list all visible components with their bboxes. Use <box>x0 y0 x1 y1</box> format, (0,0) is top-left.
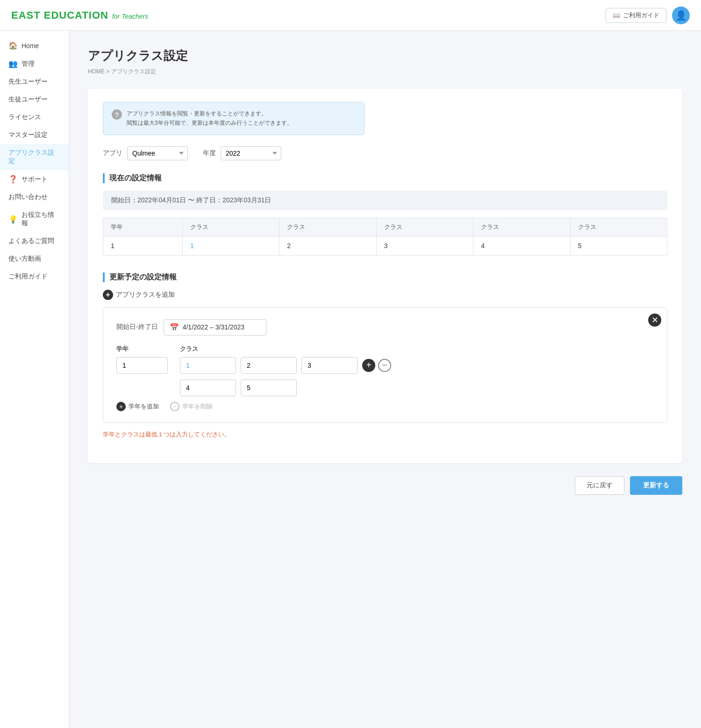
sidebar-label-how-to-video: 使い方動画 <box>8 255 41 263</box>
logo-main: EAST EDUCATION <box>11 9 108 21</box>
update-settings-header: 更新予定の設定情報 <box>103 272 667 282</box>
class-input-1-1[interactable] <box>180 357 236 374</box>
grade-row-2 <box>116 379 654 396</box>
layout: 🏠 Home 👥 管理 先生ユーザー 生徒ユーザー ライセンス マスター設定 ア… <box>0 31 701 728</box>
col-grade: 学年 <box>103 218 183 236</box>
add-remove-grade-row: + 学年を追加 − 学年を削除 <box>116 402 654 411</box>
close-icon: ✕ <box>651 315 658 325</box>
app-selector-group: アプリ Qulmee <box>103 146 188 160</box>
footer-buttons: 元に戻す 更新する <box>88 476 682 495</box>
grade-input-1[interactable] <box>116 357 168 374</box>
year-label: 年度 <box>203 149 216 157</box>
breadcrumb-home: HOME <box>88 68 105 75</box>
date-input[interactable]: 📅 4/1/2022 – 3/31/2023 <box>164 319 266 335</box>
table-row: 1 1 2 3 4 5 <box>103 236 667 255</box>
date-value: 4/1/2022 – 3/31/2023 <box>183 323 244 331</box>
info-box: ? アプリクラス情報を閲覧・更新をすることができます。 閲覧は最大3年分可能で、… <box>103 102 365 135</box>
header-right: 📖 ご利用ガイド 👤 <box>606 7 690 24</box>
error-message: 学年とクラスは最低１つは入力してください。 <box>103 430 667 439</box>
sidebar-item-contact[interactable]: お問い合わせ <box>0 188 69 206</box>
sidebar-label-useful-info: お役立ち情報 <box>21 211 60 228</box>
table-cell-grade: 1 <box>103 236 183 255</box>
update-button[interactable]: 更新する <box>630 476 682 495</box>
sidebar-label-manage: 管理 <box>21 60 35 68</box>
sidebar-item-teacher-users[interactable]: 先生ユーザー <box>0 73 69 91</box>
class-input-1-4[interactable] <box>180 379 236 396</box>
add-grade-label: 学年を追加 <box>129 402 159 411</box>
remove-class-col-button[interactable]: − <box>378 359 391 372</box>
col-class-1: クラス <box>182 218 279 236</box>
update-form: ✕ 開始日-終了日 📅 4/1/2022 – 3/31/2023 学年 クラス <box>103 307 667 423</box>
add-class-col-button[interactable]: + <box>362 359 375 372</box>
add-class-button[interactable]: + アプリクラスを追加 <box>103 290 667 300</box>
sidebar-item-license[interactable]: ライセンス <box>0 108 69 126</box>
sidebar-item-user-guide[interactable]: ご利用ガイド <box>0 268 69 285</box>
update-settings-title: 更新予定の設定情報 <box>109 272 177 282</box>
col-class-5: クラス <box>570 218 667 236</box>
class-header: クラス <box>180 345 198 353</box>
date-label: 開始日-終了日 <box>116 323 158 331</box>
sidebar-item-support[interactable]: ❓ サポート <box>0 170 69 188</box>
add-class-label: アプリクラスを追加 <box>116 291 175 299</box>
app-select[interactable]: Qulmee <box>127 146 188 160</box>
sidebar-item-how-to-video[interactable]: 使い方動画 <box>0 250 69 268</box>
class-inputs-wrap-1: + − <box>180 357 654 374</box>
table-cell-class3: 3 <box>376 236 473 255</box>
info-line2: 閲覧は最大3年分可能で、更新は本年度のみ行うことができます。 <box>127 118 293 128</box>
close-form-button[interactable]: ✕ <box>648 314 661 327</box>
table-cell-class2: 2 <box>279 236 376 255</box>
question-icon: ? <box>112 109 122 120</box>
col-class-4: クラス <box>473 218 570 236</box>
sidebar-item-manage[interactable]: 👥 管理 <box>0 55 69 73</box>
sidebar-label-app-class-settings: アプリクラス設定 <box>8 149 60 165</box>
current-table: 学年 クラス クラス クラス クラス クラス 1 1 2 <box>103 218 667 256</box>
sidebar-item-student-users[interactable]: 生徒ユーザー <box>0 91 69 108</box>
sidebar-item-master-settings[interactable]: マスター設定 <box>0 126 69 144</box>
current-table-wrapper: 学年 クラス クラス クラス クラス クラス 1 1 2 <box>103 218 667 256</box>
class-input-1-2[interactable] <box>241 357 297 374</box>
grade-row-1: + − <box>116 357 654 374</box>
class-input-1-5[interactable] <box>241 379 297 396</box>
current-settings-header: 現在の設定情報 <box>103 173 667 183</box>
calendar-icon: 📅 <box>170 323 179 332</box>
useful-info-icon: 💡 <box>8 215 18 224</box>
sidebar-item-app-class-settings[interactable]: アプリクラス設定 <box>0 144 69 170</box>
sidebar-item-faq[interactable]: よくあるご質問 <box>0 232 69 250</box>
current-date-range: 開始日：2022年04月01日 〜 終了日：2023年03月31日 <box>103 191 667 210</box>
remove-grade-button[interactable]: − 学年を削除 <box>170 402 213 411</box>
breadcrumb: HOME > アプリクラス設定 <box>88 68 682 76</box>
back-button[interactable]: 元に戻す <box>575 476 624 495</box>
class-inputs-wrap-2 <box>180 379 654 396</box>
breadcrumb-current: アプリクラス設定 <box>111 68 156 75</box>
sidebar-label-contact: お問い合わせ <box>8 193 48 201</box>
add-class-plus-icon: + <box>103 290 113 300</box>
sidebar-label-student-users: 生徒ユーザー <box>8 95 48 104</box>
selectors-row: アプリ Qulmee 年度 2020 2021 2022 2023 <box>103 146 667 160</box>
table-cell-class1[interactable]: 1 <box>182 236 279 255</box>
guide-button[interactable]: 📖 ご利用ガイド <box>606 8 666 23</box>
table-header-row: 学年 クラス クラス クラス クラス クラス <box>103 218 667 236</box>
year-selector-group: 年度 2020 2021 2022 2023 <box>203 146 281 160</box>
sidebar-item-home[interactable]: 🏠 Home <box>0 36 69 55</box>
class-input-1-3[interactable] <box>301 357 358 374</box>
app-label: アプリ <box>103 149 122 157</box>
add-grade-button[interactable]: + 学年を追加 <box>116 402 159 411</box>
user-avatar[interactable]: 👤 <box>672 7 690 24</box>
sidebar-label-support: サポート <box>21 175 48 184</box>
manage-icon: 👥 <box>8 59 18 68</box>
sidebar-item-useful-info[interactable]: 💡 お役立ち情報 <box>0 206 69 232</box>
table-cell-class4: 4 <box>473 236 570 255</box>
col-class-2: クラス <box>279 218 376 236</box>
grade-class-headers: 学年 クラス <box>116 345 654 353</box>
grade-input-wrap-1 <box>116 357 172 374</box>
year-select[interactable]: 2020 2021 2022 2023 <box>221 146 281 160</box>
logo-sub: for Teachers <box>112 13 148 20</box>
sidebar: 🏠 Home 👥 管理 先生ユーザー 生徒ユーザー ライセンス マスター設定 ア… <box>0 31 69 728</box>
sidebar-label-faq: よくあるご質問 <box>8 237 54 245</box>
guide-btn-label: ご利用ガイド <box>623 11 659 20</box>
sidebar-label-license: ライセンス <box>8 113 41 121</box>
user-icon: 👤 <box>675 10 687 21</box>
remove-grade-icon: − <box>170 402 179 411</box>
header: EAST EDUCATION for Teachers 📖 ご利用ガイド 👤 <box>0 0 701 31</box>
date-row: 開始日-終了日 📅 4/1/2022 – 3/31/2023 <box>116 319 654 335</box>
